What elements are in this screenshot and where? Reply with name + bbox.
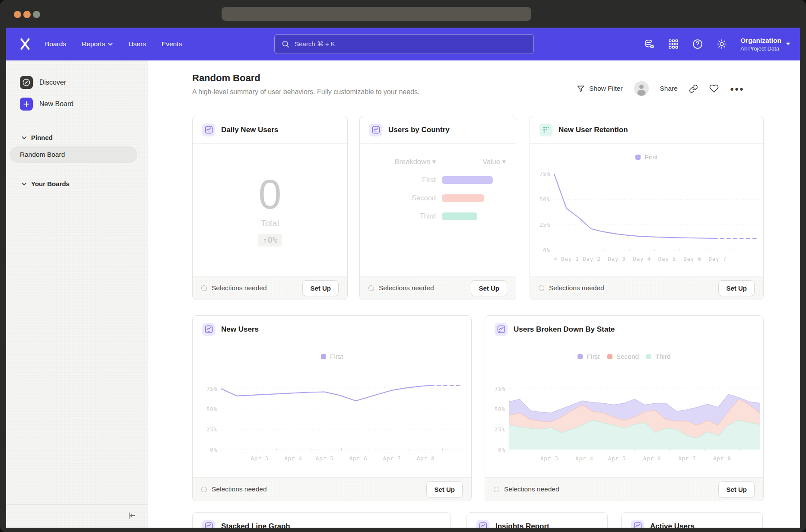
status-circle-icon xyxy=(201,285,207,291)
status-text: Selections needed xyxy=(539,284,604,292)
page-title: Random Board xyxy=(192,73,260,84)
legend-label: First xyxy=(587,353,600,361)
card-active-users: Active Users xyxy=(621,512,763,528)
insights-chart-icon xyxy=(202,124,215,136)
help-icon[interactable] xyxy=(692,38,703,50)
breakdown-column-dropdown[interactable]: Breakdown ▾ xyxy=(360,158,436,166)
set-up-button[interactable]: Set Up xyxy=(426,481,463,497)
svg-text:75%: 75% xyxy=(495,386,505,392)
legend-label: Second xyxy=(616,353,639,361)
nav-item-boards[interactable]: Boards xyxy=(45,40,66,48)
status-circle-icon xyxy=(494,487,499,492)
svg-text:Day 3: Day 3 xyxy=(608,256,626,262)
show-filter-button[interactable]: Show Filter xyxy=(577,85,623,93)
avatar[interactable] xyxy=(634,81,649,96)
window-titlebar xyxy=(0,0,806,28)
window-close-button[interactable] xyxy=(14,11,21,18)
metric-value: 0 xyxy=(258,174,281,215)
card-title[interactable]: Stacked Line Graph xyxy=(221,522,290,528)
sidebar-section-pinned[interactable]: Pinned xyxy=(6,134,148,141)
row-label: First xyxy=(360,176,436,184)
sidebar-item-new-board[interactable]: New Board xyxy=(6,93,148,115)
mixpanel-logo-icon[interactable] xyxy=(18,37,32,51)
set-up-button[interactable]: Set Up xyxy=(302,280,339,296)
sidebar-item-label: New Board xyxy=(39,100,73,108)
status-circle-icon xyxy=(368,285,374,291)
legend-chip xyxy=(635,155,641,160)
nav-item-reports[interactable]: Reports xyxy=(82,40,113,48)
top-navbar: Boards Reports Users Events Search ⌘ + K xyxy=(6,28,800,60)
svg-text:50%: 50% xyxy=(539,196,550,203)
legend-label: Third xyxy=(655,353,670,361)
sidebar-section-your-boards[interactable]: Your Boards xyxy=(6,180,148,187)
nav-item-events[interactable]: Events xyxy=(162,40,182,48)
card-title[interactable]: Insights Report xyxy=(495,522,549,528)
card-title[interactable]: New User Retention xyxy=(558,126,628,134)
row-bar xyxy=(442,176,493,184)
metric-delta-badge: ↑0% xyxy=(258,234,282,247)
svg-text:Apr 3: Apr 3 xyxy=(251,455,269,462)
filter-icon xyxy=(577,85,585,93)
set-up-button[interactable]: Set Up xyxy=(718,481,755,497)
insights-chart-icon xyxy=(495,323,508,336)
svg-text:< Day 1: < Day 1 xyxy=(554,256,579,262)
more-options-icon[interactable]: ●●● xyxy=(730,85,744,92)
card-stacked-line-graph: Stacked Line Graph xyxy=(192,512,451,528)
sidebar-item-random-board[interactable]: Random Board xyxy=(10,146,137,163)
page-subtitle: A high-level summary of user behaviors. … xyxy=(192,88,419,96)
chevron-down-icon xyxy=(22,182,27,186)
share-button[interactable]: Share xyxy=(660,85,678,92)
legend-chip xyxy=(646,354,651,359)
nav-item-users[interactable]: Users xyxy=(128,40,146,48)
svg-text:Apr 5: Apr 5 xyxy=(608,455,626,462)
insights-chart-icon xyxy=(202,323,215,336)
sidebar-item-label: Discover xyxy=(39,79,66,86)
org-subtitle: All Project Data xyxy=(740,45,781,52)
stacked-area-chart[interactable]: 75%50%25%0%Apr 3Apr 4Apr 5Apr 6Apr 7Apr … xyxy=(485,362,764,471)
apps-grid-icon[interactable] xyxy=(668,38,679,50)
search-icon xyxy=(282,40,289,48)
card-title[interactable]: Active Users xyxy=(650,522,695,528)
data-management-icon[interactable] xyxy=(644,38,655,50)
app-frame: Boards Reports Users Events Search ⌘ + K xyxy=(6,28,800,528)
svg-text:Day 4: Day 4 xyxy=(633,256,651,262)
value-column-dropdown[interactable]: Value ▾ xyxy=(482,158,506,166)
card-title[interactable]: Users by Country xyxy=(388,126,450,134)
window-zoom-button[interactable] xyxy=(33,11,40,18)
breakdown-row: Third xyxy=(360,212,516,220)
compass-icon xyxy=(20,76,33,89)
window-minimize-button[interactable] xyxy=(23,11,31,18)
show-filter-label: Show Filter xyxy=(589,85,623,92)
nav-links: Boards Reports Users Events xyxy=(45,28,182,60)
card-title[interactable]: Users Broken Down By State xyxy=(514,325,615,334)
browser-url-bar[interactable] xyxy=(222,7,531,21)
share-label: Share xyxy=(660,85,678,92)
org-selector[interactable]: Organization All Project Data xyxy=(740,36,790,51)
collapse-sidebar-icon[interactable] xyxy=(127,511,136,522)
copy-link-icon[interactable] xyxy=(689,84,698,93)
card-users-by-state: Users Broken Down By State First Second … xyxy=(485,315,764,501)
app-window: Boards Reports Users Events Search ⌘ + K xyxy=(0,0,806,532)
sidebar-item-discover[interactable]: Discover xyxy=(6,72,148,93)
card-title[interactable]: New Users xyxy=(221,325,259,334)
status-text: Selections needed xyxy=(201,485,267,493)
retention-line-chart[interactable]: 75%50%25%0%< Day 1Day 2Day 3Day 4Day 5Da… xyxy=(530,163,764,271)
svg-text:25%: 25% xyxy=(539,222,550,228)
set-up-button[interactable]: Set Up xyxy=(718,280,755,296)
status-text: Selections needed xyxy=(494,485,559,493)
card-title[interactable]: Daily New Users xyxy=(221,126,278,134)
section-label: Your Boards xyxy=(31,180,70,187)
set-up-button[interactable]: Set Up xyxy=(471,280,507,296)
status-text: Selections needed xyxy=(368,284,434,292)
navbar-right-group: Organization All Project Data xyxy=(644,28,790,60)
svg-text:Day 2: Day 2 xyxy=(583,256,601,262)
insights-chart-icon xyxy=(369,124,382,136)
favorite-heart-icon[interactable] xyxy=(709,84,719,93)
svg-text:Apr 7: Apr 7 xyxy=(678,455,696,462)
svg-text:Apr 4: Apr 4 xyxy=(575,455,593,462)
new-users-line-chart[interactable]: 75%50%25%0%Apr 3Apr 4Apr 5Apr 6Apr 7Apr … xyxy=(193,362,472,471)
svg-text:25%: 25% xyxy=(495,426,505,433)
svg-text:Apr 8: Apr 8 xyxy=(713,455,731,462)
settings-gear-icon[interactable] xyxy=(716,38,727,50)
search-input[interactable]: Search ⌘ + K xyxy=(274,34,534,54)
